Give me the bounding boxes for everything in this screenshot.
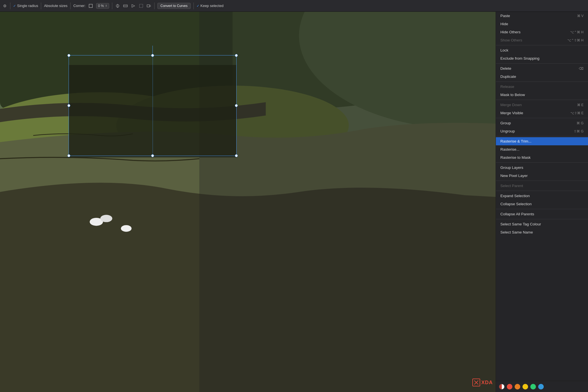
menu-item-shortcut-merge-visible: ⌥⇧⌘ E — [570, 111, 584, 115]
menu-item-select-parent: Select Parent — [496, 182, 588, 190]
menu-item-rasterise-to-mask[interactable]: Rasterise to Mask — [496, 153, 588, 162]
swatch-red[interactable] — [507, 384, 512, 389]
toolbar: ⚙ ✓ Single radius Absolute sizes Corner:… — [0, 0, 588, 12]
menu-item-label-group-layers: Group Layers — [500, 165, 523, 170]
corner-label: Corner: — [73, 4, 85, 8]
single-radius-check[interactable]: ✓ Single radius — [13, 4, 38, 8]
menu-item-label-group: Group — [500, 121, 511, 125]
menu-item-label-release: Release — [500, 85, 514, 89]
menu-separator — [496, 209, 588, 209]
menu-item-label-select-same-name: Select Same Name — [500, 230, 533, 234]
menu-item-mask-to-below[interactable]: Mask to Below — [496, 91, 588, 99]
swatch-yellow[interactable] — [522, 384, 528, 389]
gear-icon: ⚙ — [2, 3, 7, 8]
menu-item-shortcut-ungroup: ⇧⌘ G — [574, 129, 584, 133]
menu-separator — [496, 181, 588, 181]
main-area: XDA Paste⌘ VHideHide Others⌥⌃⌘ HShow Oth… — [0, 12, 588, 392]
menu-item-label-hide: Hide — [500, 22, 508, 26]
menu-separator — [496, 219, 588, 219]
menu-separator — [496, 63, 588, 64]
menu-separator — [496, 191, 588, 191]
menu-separator — [496, 81, 588, 82]
menu-item-label-hide-others: Hide Others — [500, 30, 521, 34]
menu-item-label-lock: Lock — [500, 48, 508, 52]
align-icon-2[interactable] — [123, 3, 128, 8]
menu-item-label-collapse-selection: Collapse Selection — [500, 202, 532, 206]
geometry-icon[interactable] — [146, 3, 151, 8]
color-swatches-bar — [496, 381, 588, 392]
toolbar-separator-5 — [154, 3, 155, 9]
menu-item-shortcut-merge-down: ⌘ E — [577, 103, 584, 107]
menu-item-delete[interactable]: Delete⌫ — [496, 64, 588, 73]
menu-item-merge-down: Merge Down⌘ E — [496, 101, 588, 109]
swatch-dual[interactable] — [499, 384, 505, 389]
toolbar-gear[interactable]: ⚙ — [2, 3, 7, 8]
toolbar-separator-3 — [70, 3, 71, 9]
corner-type-icon-1[interactable] — [88, 3, 93, 8]
menu-item-expand-selection[interactable]: Expand Selection — [496, 192, 588, 200]
menu-item-group[interactable]: Group⌘ G — [496, 119, 588, 127]
menu-item-label-duplicate: Duplicate — [500, 74, 516, 79]
menu-item-label-collapse-all-parents: Collapse All Parents — [500, 212, 534, 216]
menu-item-label-paste: Paste — [500, 14, 510, 18]
menu-separator — [496, 162, 588, 163]
menu-item-paste[interactable]: Paste⌘ V — [496, 12, 588, 20]
swatch-green[interactable] — [530, 384, 536, 389]
menu-item-select-same-tag-colour[interactable]: Select Same Tag Colour — [496, 220, 588, 228]
xda-watermark: XDA — [472, 379, 493, 386]
convert-to-curves-button[interactable]: Convert to Curves — [157, 3, 191, 9]
menu-item-show-others: Show Others⌥⌃⇧⌘ H — [496, 36, 588, 44]
svg-point-17 — [100, 215, 112, 222]
menu-item-release: Release — [496, 83, 588, 91]
menu-separator — [496, 118, 588, 118]
align-icon-1[interactable] — [115, 3, 120, 8]
menu-item-shortcut-delete: ⌫ — [579, 67, 584, 71]
menu-item-label-delete: Delete — [500, 66, 511, 71]
menu-item-label-ungroup: Ungroup — [500, 129, 515, 133]
toolbar-separator-6 — [193, 3, 194, 9]
svg-point-18 — [121, 225, 132, 232]
flip-icon[interactable] — [131, 3, 136, 8]
keep-selected-label: Keep selected — [200, 4, 223, 8]
swatch-blue[interactable] — [538, 384, 544, 389]
menu-item-shortcut-show-others: ⌥⌃⇧⌘ H — [567, 38, 584, 42]
swatch-orange[interactable] — [515, 384, 520, 389]
menu-item-label-expand-selection: Expand Selection — [500, 194, 530, 198]
menu-item-label-merge-down: Merge Down — [500, 103, 522, 107]
menu-item-hide-others[interactable]: Hide Others⌥⌃⌘ H — [496, 28, 588, 36]
menu-item-collapse-selection[interactable]: Collapse Selection — [496, 200, 588, 208]
absolute-sizes-label: Absolute sizes — [44, 4, 67, 8]
keep-selected-checkmark: ✓ — [197, 4, 199, 8]
toolbar-separator-4 — [112, 3, 112, 9]
menu-item-label-new-pixel-layer: New Pixel Layer — [500, 174, 528, 178]
menu-item-group-layers[interactable]: Group Layers — [496, 164, 588, 172]
menu-item-label-rasterise: Rasterise... — [500, 147, 519, 151]
menu-item-select-same-name[interactable]: Select Same Name — [496, 228, 588, 236]
menu-separator — [496, 45, 588, 45]
menu-item-shortcut-paste: ⌘ V — [577, 14, 584, 18]
menu-item-rasterise-trim[interactable]: Rasterise & Trim... — [496, 137, 588, 145]
menu-item-label-merge-visible: Merge Visible — [500, 111, 523, 115]
menu-item-label-select-same-tag-colour: Select Same Tag Colour — [500, 222, 541, 226]
menu-item-duplicate[interactable]: Duplicate — [496, 73, 588, 81]
menu-item-exclude-from-snapping[interactable]: Exclude from Snapping — [496, 54, 588, 62]
menu-item-shortcut-hide-others: ⌥⌃⌘ H — [570, 30, 584, 34]
menu-item-ungroup[interactable]: Ungroup⇧⌘ G — [496, 127, 588, 135]
menu-item-merge-visible[interactable]: Merge Visible⌥⇧⌘ E — [496, 109, 588, 117]
toolbar-separator-1 — [10, 3, 10, 9]
menu-separator — [496, 100, 588, 100]
svg-rect-5 — [139, 4, 143, 8]
checkmark-icon: ✓ — [13, 4, 16, 8]
transform-icon[interactable] — [139, 3, 144, 8]
menu-item-label-select-parent: Select Parent — [500, 184, 523, 188]
menu-item-lock[interactable]: Lock — [496, 46, 588, 54]
keep-selected-check[interactable]: ✓ Keep selected — [197, 4, 223, 8]
menu-item-collapse-all-parents[interactable]: Collapse All Parents — [496, 210, 588, 218]
menu-item-rasterise[interactable]: Rasterise... — [496, 145, 588, 153]
menu-item-hide[interactable]: Hide — [496, 20, 588, 28]
toolbar-separator-2 — [41, 3, 41, 9]
menu-item-shortcut-group: ⌘ G — [577, 121, 584, 125]
menu-item-new-pixel-layer[interactable]: New Pixel Layer — [496, 172, 588, 180]
xda-text: XDA — [481, 380, 493, 386]
corner-percent-input[interactable]: 0 % ⬍ — [96, 3, 109, 9]
